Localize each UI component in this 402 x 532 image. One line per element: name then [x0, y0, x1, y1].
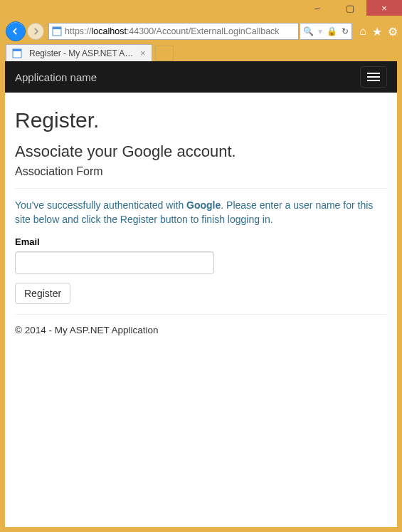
- svg-rect-3: [13, 49, 21, 51]
- new-tab-button[interactable]: [155, 46, 174, 61]
- restore-icon: ▢: [346, 4, 354, 13]
- app-navbar: Application name: [5, 61, 397, 93]
- hamburger-bar-icon: [367, 76, 380, 78]
- tab-register[interactable]: Register - My ASP.NET App... ×: [6, 44, 152, 61]
- email-field[interactable]: [15, 251, 214, 274]
- page-title: Register.: [15, 108, 387, 132]
- minimize-icon: –: [314, 4, 319, 13]
- browser-tool-icons: ⌂ ★ ⚙: [354, 25, 398, 38]
- address-bar[interactable]: https://localhost:44300/Account/External…: [48, 23, 299, 40]
- divider: [15, 314, 387, 315]
- browser-toolbar: https://localhost:44300/Account/External…: [0, 20, 402, 43]
- tab-close-button[interactable]: ×: [140, 48, 146, 58]
- email-label: Email: [15, 236, 387, 247]
- page-body: Register. Associate your Google account.…: [5, 93, 397, 335]
- separator: ▾: [318, 26, 322, 36]
- form-heading: Association Form: [15, 165, 387, 178]
- window-titlebar: – ▢ ×: [0, 0, 402, 20]
- refresh-icon[interactable]: ↻: [342, 26, 349, 36]
- window-restore-button[interactable]: ▢: [334, 0, 366, 16]
- window-minimize-button[interactable]: –: [301, 0, 334, 16]
- tab-bar: Register - My ASP.NET App... ×: [0, 43, 402, 61]
- lock-icon[interactable]: 🔒: [327, 26, 337, 36]
- hamburger-bar-icon: [367, 80, 380, 81]
- info-message: You've successfully authenticated with G…: [15, 199, 387, 226]
- close-icon: ×: [381, 4, 387, 13]
- window-close-button[interactable]: ×: [366, 0, 402, 16]
- footer-text: © 2014 - My ASP.NET Application: [15, 325, 387, 335]
- address-bar-actions: 🔍 ▾ 🔒 ↻: [300, 23, 352, 40]
- tab-title: Register - My ASP.NET App...: [29, 48, 136, 58]
- arrow-left-icon: [11, 26, 21, 36]
- tab-favicon-icon: [12, 48, 22, 58]
- settings-icon[interactable]: ⚙: [388, 25, 398, 38]
- svg-rect-1: [53, 27, 61, 29]
- page-subtitle: Associate your Google account.: [15, 142, 387, 161]
- provider-name: Google: [186, 199, 221, 211]
- search-icon[interactable]: 🔍: [303, 26, 314, 36]
- app-brand[interactable]: Application name: [15, 71, 97, 83]
- arrow-right-icon: [31, 26, 41, 36]
- content-area: Application name Register. Associate you…: [5, 61, 397, 527]
- url-text: https://localhost:44300/Account/External…: [65, 26, 280, 36]
- hamburger-bar-icon: [367, 73, 380, 74]
- forward-button[interactable]: [27, 23, 44, 40]
- favorites-icon[interactable]: ★: [372, 25, 382, 38]
- home-icon[interactable]: ⌂: [359, 25, 366, 38]
- divider: [15, 188, 387, 189]
- navbar-toggle-button[interactable]: [360, 66, 387, 88]
- register-button[interactable]: Register: [15, 283, 70, 304]
- page-icon: [52, 26, 62, 36]
- back-button[interactable]: [6, 21, 26, 41]
